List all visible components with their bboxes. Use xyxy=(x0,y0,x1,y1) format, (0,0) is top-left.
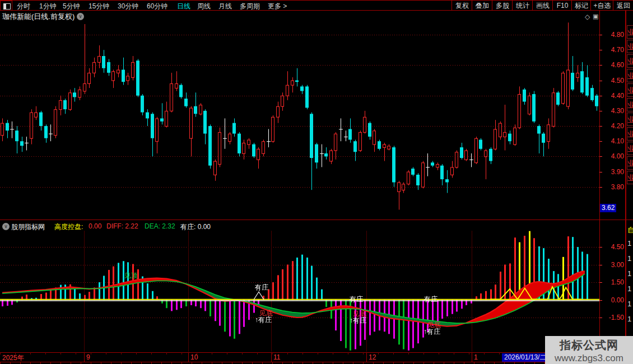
xaxis-label-1: 1 xyxy=(474,353,478,361)
signal-label-7: 有庄 xyxy=(424,295,437,304)
last-price-tag: 3.62 xyxy=(600,204,616,212)
indicator-axis-label: 0.00 xyxy=(602,296,624,304)
indicator-axis-label: 4.50 xyxy=(602,243,624,251)
indicator-axis-label: 3.00 xyxy=(602,261,624,269)
xaxis-minor-ticks xyxy=(0,362,599,364)
xaxis-label-12: 12 xyxy=(369,353,376,361)
price-axis-label: 4.20 xyxy=(602,122,624,130)
tab-period-8[interactable]: 月线 xyxy=(218,2,232,11)
price-axis-label: 3.80 xyxy=(602,183,624,191)
indicator-axis-label: 1.50 xyxy=(602,278,624,286)
price-axis-label: 4.40 xyxy=(602,92,624,100)
layout-glyph-icon xyxy=(3,3,11,10)
toolbar-button-标记[interactable]: 标记 xyxy=(571,1,591,11)
tab-period-7[interactable]: 周线 xyxy=(197,2,211,11)
indicator-chevron-icon[interactable]: ∨ xyxy=(2,223,10,230)
signal-label-9: ↑有庄 xyxy=(423,327,440,337)
toolbar-button-画线[interactable]: 画线 xyxy=(532,1,553,11)
right-sidebar-clipped[interactable]: 业业业业业业业业业业业自111111 xyxy=(626,11,633,364)
signal-label-0: 见顶 xyxy=(124,271,138,281)
price-axis-label: 4.50 xyxy=(602,77,624,85)
indicator-header-seg-4: DEA: 2.32 xyxy=(145,222,175,230)
price-axis-label: 4.00 xyxy=(602,152,624,160)
tab-period-4[interactable]: 30分钟 xyxy=(118,2,138,11)
xaxis-label-2025年: 2025年 xyxy=(2,353,24,363)
tab-period-0[interactable]: 分时 xyxy=(17,2,30,11)
toolbar-button-多股[interactable]: 多股 xyxy=(492,1,513,11)
signal-label-6: ↑有庄 xyxy=(350,316,366,325)
indicator-header-seg-3: DIFF: 2.22 xyxy=(106,222,138,230)
xaxis-label-11: 11 xyxy=(273,353,280,361)
signal-label-1: 有庄 xyxy=(255,283,268,292)
toolbar-button-统计[interactable]: 统计 xyxy=(512,1,533,11)
indicator-axis-label: -1.50 xyxy=(602,314,624,321)
price-axis-label: 4.30 xyxy=(602,107,624,115)
price-chart-canvas[interactable] xyxy=(0,21,599,220)
toolbar-button-返回[interactable]: 返回 xyxy=(613,1,633,11)
indicator-header-seg-2: 0.00 xyxy=(89,222,101,230)
toolbar-button-F10[interactable]: F10 xyxy=(552,1,572,11)
pane-separator xyxy=(0,220,633,220)
price-axis-label: 4.10 xyxy=(602,137,624,145)
diamond-icon[interactable]: ◇ xyxy=(585,13,590,21)
toolbar-button-叠加[interactable]: 叠加 xyxy=(472,1,492,11)
title-chevron-down-icon[interactable]: ∨ xyxy=(77,13,84,20)
price-axis-label: 3.90 xyxy=(602,168,624,176)
tab-period-10[interactable]: 更多 > xyxy=(268,2,287,11)
price-axis-label: 4.70 xyxy=(602,46,624,54)
tab-period-5[interactable]: 60分钟 xyxy=(147,2,167,11)
trading-app-window: 分时1分钟5分钟15分钟30分钟60分钟日线周线月线多周期更多 > 复权叠加多股… xyxy=(0,0,633,364)
window-layout-icon[interactable] xyxy=(0,1,12,11)
watermark-url: www.zbgs3.com xyxy=(545,353,633,364)
tab-period-6[interactable]: 日线 xyxy=(177,2,190,11)
xaxis-label-10: 10 xyxy=(190,353,198,361)
signal-label-3: ↑有庄 xyxy=(255,315,272,325)
tab-period-9[interactable]: 多周期 xyxy=(240,2,260,11)
tab-period-2[interactable]: 5分钟 xyxy=(63,2,80,11)
price-axis-label: 4.80 xyxy=(602,31,624,39)
toolbar-button-+自选[interactable]: +自选 xyxy=(590,1,613,11)
page-title: 珈伟新能(日线.前复权) xyxy=(2,12,75,22)
tab-period-3[interactable]: 15分钟 xyxy=(89,2,109,11)
indicator-chart-canvas[interactable] xyxy=(0,231,599,352)
signal-label-4: 有庄 xyxy=(350,295,363,304)
tab-period-1[interactable]: 1分钟 xyxy=(39,2,57,11)
top-toolbar: 分时1分钟5分钟15分钟30分钟60分钟日线周线月线多周期更多 > 复权叠加多股… xyxy=(0,0,633,11)
xaxis-label-9: 9 xyxy=(86,353,90,361)
watermark-title: 指标公式网 xyxy=(545,338,633,353)
window-split-icon[interactable]: ▣ xyxy=(593,13,598,20)
toolbar-button-复权[interactable]: 复权 xyxy=(452,1,472,11)
watermark: 指标公式网 www.zbgs3.com xyxy=(545,336,633,364)
price-axis-label: 4.60 xyxy=(602,61,624,69)
